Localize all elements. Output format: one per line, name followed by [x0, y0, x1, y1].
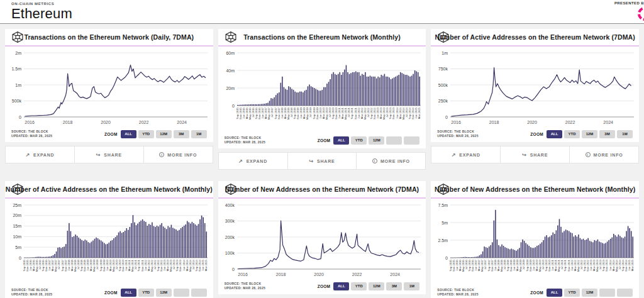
- card-header: Transactions on the Ethereum Network (Da…: [5, 29, 213, 45]
- action-label: SHARE: [104, 153, 122, 157]
- zoom-all-button[interactable]: ALL: [121, 289, 136, 297]
- card-header: Number of New Addresses on the Ethereum …: [431, 181, 639, 197]
- action-label: SHARE: [530, 153, 548, 157]
- card-header: Number of New Addresses on the Ethereum …: [218, 181, 426, 197]
- zoom-blank-button[interactable]: [174, 289, 189, 297]
- zoom-ytd-button[interactable]: YTD: [564, 289, 580, 297]
- svg-text:0: 0: [232, 267, 235, 272]
- expand-button[interactable]: ↗EXPAND: [219, 153, 288, 169]
- chart-source: SOURCE: THE BLOCK UPDATED: MAR 28, 2025: [225, 282, 265, 290]
- zoom-ytd-button[interactable]: YTD: [138, 130, 154, 138]
- zoom-12m-button[interactable]: 12M: [156, 130, 172, 138]
- expand-button[interactable]: ↗EXPAND: [431, 146, 501, 163]
- svg-text:1m: 1m: [16, 83, 22, 87]
- zoom-all-button[interactable]: ALL: [547, 130, 562, 138]
- zoom-ytd-button[interactable]: YTD: [138, 289, 154, 297]
- zoom-blank-button[interactable]: [191, 289, 207, 297]
- svg-text:20m: 20m: [13, 213, 22, 218]
- chart-source: SOURCE: THE BLOCK UPDATED: MAR 28, 2025: [11, 130, 52, 138]
- action-label: MORE INFO: [594, 153, 623, 157]
- zoom-blank-button[interactable]: [404, 136, 419, 145]
- share-button[interactable]: ↪SHARE: [501, 146, 570, 163]
- zoom-controls: ZOOM ALLYTD12M: [104, 289, 207, 297]
- chart-canvas: 7.5m5m2.5m0Sep 2015Nov 2015Jan 2016Mar 2…: [431, 200, 639, 287]
- info-icon: i: [372, 158, 377, 163]
- svg-text:2024: 2024: [177, 120, 187, 124]
- card-footer: SOURCE: THE BLOCK UPDATED: MAR 28, 2025 …: [5, 287, 213, 298]
- chart-source: SOURCE: THE BLOCK UPDATED: MAR 28, 2025: [437, 130, 478, 138]
- zoom-ytd-button[interactable]: YTD: [351, 282, 367, 290]
- chart-canvas: 60m40m20m0Sep 2015Nov 2015Jan 2016Mar 20…: [218, 48, 426, 135]
- svg-text:2022: 2022: [139, 120, 149, 124]
- the-block-logo-icon: [225, 31, 237, 43]
- card-accent-divider: [5, 45, 213, 47]
- zoom-all-button[interactable]: ALL: [121, 130, 136, 138]
- zoom-12m-button[interactable]: 12M: [582, 130, 597, 138]
- zoom-1m-button[interactable]: 1M: [404, 282, 419, 290]
- zoom-blank-button[interactable]: [617, 289, 633, 297]
- header-left: ON-CHAIN METRICS Ethereum: [11, 2, 644, 22]
- card-actions: ↗EXPAND↪SHAREiMORE INFO: [218, 152, 426, 170]
- zoom-12m-button[interactable]: 12M: [369, 136, 384, 145]
- svg-text:500k: 500k: [12, 99, 22, 103]
- action-label: SHARE: [317, 159, 335, 163]
- zoom-12m-button[interactable]: 12M: [156, 289, 172, 297]
- card-accent-divider: [5, 197, 213, 199]
- share-button[interactable]: ↪SHARE: [75, 146, 144, 163]
- zoom-ytd-button[interactable]: YTD: [351, 136, 367, 145]
- zoom-ytd-button[interactable]: YTD: [564, 130, 580, 138]
- svg-text:40m: 40m: [226, 69, 235, 73]
- expand-button[interactable]: ↗EXPAND: [6, 146, 75, 163]
- svg-text:25m: 25m: [13, 203, 22, 207]
- chart-card-cell: Transactions on the Ethereum Network (Mo…: [218, 29, 426, 170]
- the-block-logo-icon: [225, 183, 237, 196]
- chart-card: Transactions on the Ethereum Network (Mo…: [218, 29, 426, 148]
- zoom-all-button[interactable]: ALL: [547, 289, 562, 297]
- expand-icon: ↗: [452, 152, 457, 158]
- chart-canvas: 2m1.5m1m500k020162018202020222024: [5, 48, 213, 128]
- zoom-controls: ZOOM ALLYTD12M3M1M: [530, 130, 633, 138]
- more-info-button[interactable]: iMORE INFO: [144, 146, 213, 163]
- share-button[interactable]: ↪SHARE: [288, 153, 357, 169]
- zoom-label: ZOOM: [530, 132, 543, 136]
- chart-card-cell: Number of New Addresses on the Ethereum …: [218, 181, 426, 298]
- zoom-1m-button[interactable]: 1M: [617, 130, 633, 138]
- zoom-label: ZOOM: [104, 290, 118, 295]
- svg-text:250k: 250k: [438, 99, 448, 103]
- svg-text:5m: 5m: [16, 245, 22, 250]
- zoom-12m-button[interactable]: 12M: [582, 289, 597, 297]
- zoom-all-button[interactable]: ALL: [333, 282, 349, 290]
- more-info-button[interactable]: iMORE INFO: [357, 153, 425, 169]
- zoom-1m-button[interactable]: 1M: [191, 130, 207, 138]
- zoom-controls: ZOOM ALLYTD12M3M1M: [318, 282, 420, 290]
- zoom-blank-button[interactable]: [599, 289, 615, 297]
- chart-title: Number of Active Addresses on the Ethere…: [435, 33, 635, 41]
- page-title: Ethereum: [11, 6, 644, 22]
- zoom-3m-button[interactable]: 3M: [599, 130, 615, 138]
- the-block-logo-icon: [11, 31, 24, 43]
- card-header: Number of Active Addresses on the Ethere…: [5, 181, 213, 197]
- svg-text:Mar 2025: Mar 2025: [418, 107, 421, 119]
- chart-card-cell: Number of Active Addresses on the Ethere…: [431, 29, 639, 170]
- card-footer: SOURCE: THE BLOCK UPDATED: MAR 28, 2025 …: [218, 280, 426, 294]
- chart-source: SOURCE: THE BLOCK UPDATED: MAR 28, 2025: [11, 288, 52, 297]
- svg-text:2018: 2018: [489, 120, 499, 124]
- svg-text:2016: 2016: [451, 120, 461, 124]
- zoom-3m-button[interactable]: 3M: [174, 130, 189, 138]
- zoom-12m-button[interactable]: 12M: [369, 282, 384, 290]
- updated-line: UPDATED: MAR 28, 2025: [11, 134, 52, 138]
- zoom-3m-button[interactable]: 3M: [386, 282, 402, 290]
- more-info-button[interactable]: iMORE INFO: [570, 146, 638, 163]
- svg-text:2022: 2022: [352, 272, 362, 277]
- zoom-blank-button[interactable]: [386, 136, 402, 145]
- card-accent-divider: [218, 45, 426, 47]
- chart-card: Transactions on the Ethereum Network (Da…: [5, 29, 213, 142]
- svg-text:2018: 2018: [276, 272, 286, 277]
- card-accent-divider: [431, 197, 639, 199]
- zoom-all-button[interactable]: ALL: [333, 136, 349, 145]
- share-icon: ↪: [522, 152, 527, 158]
- expand-icon: ↗: [238, 158, 243, 164]
- svg-text:7.5m: 7.5m: [438, 203, 448, 207]
- card-header: Transactions on the Ethereum Network (Mo…: [218, 29, 426, 45]
- source-line: SOURCE: THE BLOCK: [225, 282, 265, 286]
